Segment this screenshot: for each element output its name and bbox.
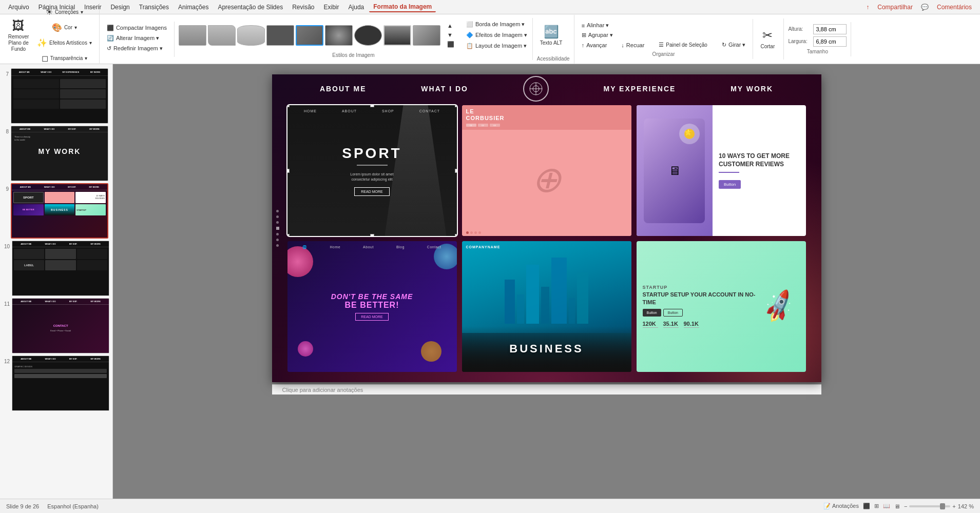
nav-my-work[interactable]: MY WORK [731, 85, 773, 93]
menu-exibir[interactable]: Exibir [320, 3, 343, 12]
nav-my-experience[interactable]: MY EXPERIENCE [603, 85, 676, 93]
styles-more-btn[interactable]: ⬛ [444, 40, 457, 49]
remover-plano-btn[interactable]: 🖼 Remover Plano de Fundo [4, 17, 33, 54]
handle-br[interactable] [455, 234, 457, 236]
menu-bar: Arquivo Página Inicial Inserir Design Tr… [0, 0, 980, 14]
slide-thumb-8[interactable]: 8 ABOUT ME WHAT I DO MY EXP. MY WORK [4, 126, 108, 181]
left-dot-1 [276, 210, 279, 212]
handle-bl[interactable] [287, 234, 290, 236]
borda-imagem-btn[interactable]: ⬜ Borda de Imagem ▾ [463, 20, 530, 29]
card-startup[interactable]: STARTUP STARTUP SETUP YOUR ACCOUNT IN NO… [637, 241, 806, 372]
handle-bc[interactable] [370, 234, 374, 236]
img-style-2[interactable] [208, 25, 236, 46]
menu-design[interactable]: Design [106, 3, 133, 12]
handle-mr[interactable] [455, 169, 457, 173]
comentarios-btn[interactable]: Comentários [933, 3, 976, 12]
cor-btn[interactable]: 🎨 Cor ▾ [34, 21, 95, 35]
avancar-btn[interactable]: ↑ Avançar [579, 41, 610, 49]
styles-down-btn[interactable]: ▼ [444, 31, 457, 39]
main-area: 7 ABOUT ME WHAT I DO MY EXPERIENCE MY WO… [0, 64, 980, 503]
menu-animacoes[interactable]: Animações [174, 3, 213, 12]
left-dot-3 [276, 221, 279, 224]
notes-bar[interactable]: Clique para adicionar anotações [272, 384, 821, 394]
space-btn[interactable]: READ MORE [355, 313, 388, 321]
reviews-btn[interactable]: Button [719, 180, 741, 189]
zoom-slider[interactable] [909, 505, 950, 507]
startup-btn1[interactable]: Button [643, 309, 661, 317]
efeitos-btn[interactable]: ✨ Efeitos Artísticos ▾ [34, 36, 95, 50]
handle-tr[interactable] [455, 105, 457, 107]
canvas-area[interactable]: ABOUT ME WHAT I DO MY EXPERIENCE MY WORK [113, 64, 980, 503]
menu-apresentacao[interactable]: Apresentação de Slides [214, 3, 287, 12]
img-style-5[interactable] [296, 25, 323, 46]
menu-ajuda[interactable]: Ajuda [344, 3, 369, 12]
space-nav: 🌐 Home About Blog Contact [287, 245, 457, 249]
review-star: ⭐ [684, 129, 695, 139]
compass-icon: ⊕ [531, 159, 562, 201]
painel-icon: ☰ [659, 42, 664, 48]
efeitos-imagem-btn[interactable]: 🔷 Efeitos de Imagem ▾ [463, 31, 530, 40]
girar-btn[interactable]: ↻ Girar ▾ [719, 41, 749, 49]
img-style-3[interactable] [237, 25, 265, 46]
agrupar-btn[interactable]: ⊞ Agrupar ▾ [579, 31, 616, 40]
img-style-1[interactable] [179, 25, 206, 46]
nav-what-i-do[interactable]: WHAT I DO [421, 85, 468, 93]
altura-input[interactable] [813, 24, 847, 34]
card-space[interactable]: 🌐 Home About Blog Contact DON'T BE THE S… [287, 241, 457, 372]
img-style-9[interactable] [413, 25, 440, 46]
alinhar-btn[interactable]: ≡ Alinhar ▾ [579, 21, 612, 30]
card-lecorbusier[interactable]: LECORBUSIER 01 02 03 ⊕ [462, 105, 631, 236]
img-style-6[interactable] [325, 25, 353, 46]
recuar-btn[interactable]: ↓ Recuar [618, 41, 647, 49]
zoom-minus-btn[interactable]: − [904, 503, 907, 509]
redefinir-imagem-btn[interactable]: ↺ Redefinir Imagem ▾ [104, 44, 166, 53]
texto-alt-btn[interactable]: 🔤 Texto ALT [537, 17, 566, 54]
largura-input[interactable] [813, 36, 847, 47]
layout-imagem-btn[interactable]: 📋 Layout de Imagem ▾ [463, 42, 530, 50]
nav-about-me[interactable]: ABOUT ME [320, 85, 367, 93]
handle-tl[interactable] [287, 105, 290, 107]
styles-up-btn[interactable]: ▲ [444, 22, 457, 30]
slide-thumb-11[interactable]: 11 ABOUT ME WHAT I DO MY EXP. MY WORK CO… [4, 298, 108, 353]
left-dot-4 [276, 233, 279, 235]
card-sport[interactable]: ↺ HOME [287, 105, 457, 236]
menu-formato-imagem[interactable]: Formato da Imagem [369, 2, 436, 12]
remove-bg-icon: 🖼 [12, 18, 25, 33]
startup-btn2[interactable]: Button [663, 309, 683, 317]
view-reading-icon[interactable]: 📖 [883, 503, 890, 509]
view-grid-icon[interactable]: ⊞ [874, 503, 879, 509]
img-style-4[interactable] [266, 25, 294, 46]
zoom-plus-btn[interactable]: + [952, 503, 955, 509]
view-presenter-icon[interactable]: 🖥 [894, 503, 900, 509]
painel-selecao-btn[interactable]: ☰ Painel de Seleção [656, 41, 710, 49]
stat-2: 35.1K [663, 321, 679, 328]
notes-placeholder: Clique para adicionar anotações [282, 387, 363, 393]
slide-thumb-10[interactable]: 10 ABOUT ME WHAT I DO MY EXP. MY WORK [4, 241, 108, 296]
correcoes-btn[interactable]: ☀ Correções ▾ [34, 5, 95, 19]
alterar-imagem-btn[interactable]: 🔄 Alterar Imagem ▾ [104, 34, 162, 43]
notes-icon[interactable]: 📝 Anotações [823, 503, 858, 509]
stat-divider-1 [643, 327, 658, 328]
transparencia-btn[interactable]: ◻ Transparência ▾ [34, 51, 95, 66]
slide-thumb-7[interactable]: 7 ABOUT ME WHAT I DO MY EXPERIENCE MY WO… [4, 68, 108, 124]
card-business[interactable]: BUSINESS COMPANYNAME [462, 241, 631, 372]
slide-thumb-12[interactable]: 12 ABOUT ME WHAT I DO MY EXP. MY WORK [4, 356, 108, 411]
img-style-8[interactable] [383, 25, 411, 46]
cortar-btn[interactable]: ✂ Cortar [757, 21, 778, 57]
handle-ml[interactable] [287, 169, 290, 173]
handle-tc[interactable] [370, 105, 374, 107]
menu-transicoes[interactable]: Transições [135, 3, 173, 12]
slide-list[interactable]: 7 ABOUT ME WHAT I DO MY EXPERIENCE MY WO… [2, 66, 110, 415]
slide-thumb-9[interactable]: 9 ABOUT ME WHAT I DO MY EXP. MY WORK [4, 183, 108, 239]
view-normal-icon[interactable]: ⬛ [863, 503, 870, 509]
card-reviews[interactable]: ⭐ 🖥 10 WAYS TO GET MORE CUSTOMER REVIEWS… [637, 105, 806, 236]
slide-num-11: 11 [4, 301, 10, 307]
img-style-7[interactable] [354, 25, 382, 46]
reviews-right: 10 WAYS TO GET MORE CUSTOMER REVIEWS But… [713, 105, 806, 236]
menu-revisao[interactable]: Revisão [288, 3, 318, 12]
compartilhar-btn[interactable]: Compartilhar [873, 3, 917, 12]
reviews-content: ⭐ 🖥 10 WAYS TO GET MORE CUSTOMER REVIEWS… [637, 105, 806, 236]
slide-num-7: 7 [4, 71, 9, 77]
compactar-imagens-btn[interactable]: ⬛ Compactar Imagens [104, 24, 170, 32]
sport-read-more-btn[interactable]: READ MORE [354, 187, 389, 196]
